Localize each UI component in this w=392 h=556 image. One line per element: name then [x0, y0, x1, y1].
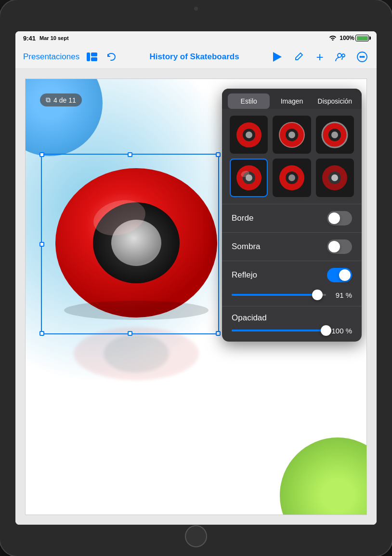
add-button[interactable]: + [311, 48, 328, 66]
style-thumb-3[interactable] [316, 116, 354, 154]
opacidad-slider-value: 100 % [331, 327, 352, 335]
tab-estilo[interactable]: Estilo [228, 93, 270, 109]
svg-rect-2 [91, 57, 97, 61]
panel-tabs: Estilo Imagen Disposición [222, 89, 362, 109]
svg-point-9 [363, 56, 364, 57]
play-button[interactable] [269, 48, 286, 66]
opacidad-row: Opacidad [222, 306, 362, 325]
svg-point-37 [331, 174, 338, 181]
ipad-frame: 9:41 Mar 10 sept 100% Pr [0, 0, 392, 556]
reflejo-slider-track[interactable] [232, 294, 326, 296]
svg-point-26 [331, 132, 338, 138]
wheel-main[interactable] [45, 146, 228, 330]
svg-marker-3 [273, 52, 282, 62]
borde-row: Borde [222, 204, 362, 232]
doc-title: History of Skateboards [150, 52, 239, 62]
svg-point-5 [342, 54, 345, 57]
format-panel: Estilo Imagen Disposición [222, 89, 362, 342]
slide-count-badge: ⧉ 4 de 11 [40, 93, 82, 106]
reflejo-row: Reflejo [222, 261, 362, 289]
svg-point-34 [288, 174, 295, 181]
opacidad-label: Opacidad [232, 313, 267, 323]
sombra-toggle[interactable] [327, 239, 352, 254]
more-button[interactable] [353, 48, 371, 66]
sombra-label: Sombra [232, 242, 261, 252]
reflejo-slider-container: 91 % [222, 289, 362, 306]
svg-rect-0 [87, 53, 90, 61]
reflejo-label: Reflejo [232, 270, 257, 280]
status-date: Mar 10 sept [39, 35, 69, 41]
toolbar: Presentaciones History of Skatebo [15, 45, 377, 69]
back-button[interactable]: Presentaciones [21, 49, 81, 65]
battery-percent: 100% [340, 35, 354, 41]
pencil-button[interactable] [290, 48, 307, 66]
opacidad-slider-container: 100 % [222, 325, 362, 342]
style-thumb-2[interactable] [273, 116, 311, 154]
svg-point-22 [288, 132, 295, 138]
style-thumb-5[interactable] [273, 159, 311, 197]
battery-container: 100% [340, 35, 369, 41]
ipad-camera [194, 7, 198, 11]
panel-toggle-button[interactable] [83, 48, 101, 66]
svg-point-16 [104, 334, 169, 373]
undo-button[interactable] [103, 48, 120, 66]
canvas-area: ⧉ 4 de 11 Estilo Imagen Disposición [15, 69, 377, 525]
svg-point-19 [246, 132, 252, 138]
slide-canvas: ⧉ 4 de 11 Estilo Imagen Disposición [25, 79, 367, 515]
tab-imagen[interactable]: Imagen [271, 93, 313, 109]
style-thumb-1[interactable] [230, 116, 268, 154]
wifi-icon [329, 35, 337, 42]
battery-icon [355, 35, 369, 41]
reflejo-slider-thumb[interactable] [312, 290, 323, 300]
home-button[interactable] [185, 525, 207, 547]
slide-count-text: 4 de 11 [53, 96, 76, 104]
svg-rect-1 [91, 53, 97, 56]
plus-icon: + [316, 51, 323, 63]
reflejo-slider-value: 91 % [331, 291, 352, 299]
status-bar: 9:41 Mar 10 sept 100% [15, 31, 377, 45]
ipad-screen: 9:41 Mar 10 sept 100% Pr [15, 31, 377, 525]
svg-point-14 [64, 301, 209, 320]
style-thumbnails [222, 109, 362, 204]
status-time: 9:41 [23, 35, 36, 42]
opacidad-slider-track[interactable] [232, 330, 326, 331]
sombra-row: Sombra [222, 232, 362, 261]
style-thumb-6[interactable] [316, 159, 354, 197]
wheel-reflection [64, 325, 209, 383]
style-thumb-4[interactable] [230, 159, 268, 197]
badge-icon: ⧉ [46, 96, 51, 104]
tab-disposicion[interactable]: Disposición [314, 93, 356, 109]
svg-point-4 [338, 53, 341, 57]
borde-toggle[interactable] [327, 211, 352, 225]
svg-point-7 [360, 56, 361, 57]
opacidad-slider-thumb[interactable] [321, 325, 331, 336]
svg-point-8 [362, 56, 363, 57]
reflejo-toggle[interactable] [327, 268, 352, 282]
collaborate-button[interactable] [332, 48, 350, 66]
borde-label: Borde [232, 213, 253, 223]
